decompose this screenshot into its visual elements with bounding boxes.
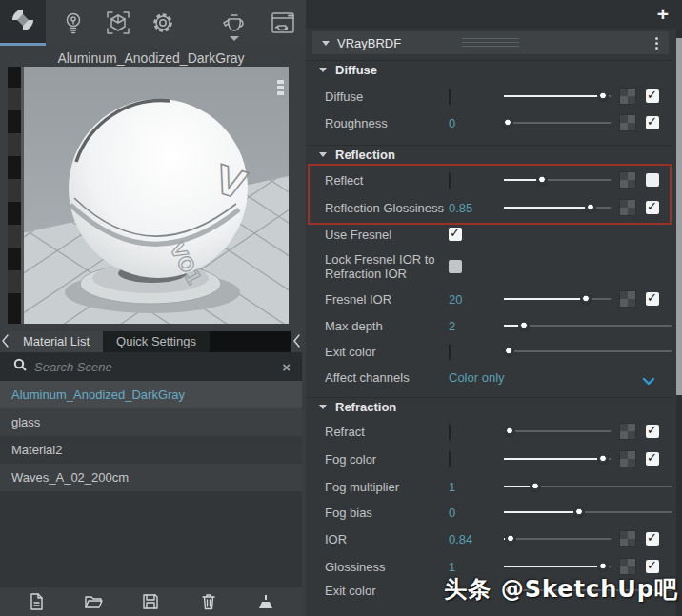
reflect-slider[interactable] — [504, 179, 611, 181]
texture-slot-icon[interactable] — [619, 423, 636, 440]
texture-slot-icon[interactable] — [619, 88, 636, 105]
collapse-left-chevron-icon[interactable] — [1, 333, 10, 348]
slider-knob[interactable] — [573, 507, 585, 518]
material-list-item[interactable]: glass — [0, 408, 302, 436]
texture-slot-icon[interactable] — [619, 290, 636, 308]
save-icon[interactable] — [140, 591, 161, 612]
fog-bias-slider[interactable] — [504, 511, 672, 513]
tab-materials-active[interactable] — [0, 0, 46, 46]
texture-slot-icon[interactable] — [619, 558, 636, 575]
roughness-value[interactable]: 0 — [449, 116, 504, 130]
slider-knob[interactable] — [580, 293, 592, 305]
row-label: Use Fresnel — [325, 228, 449, 242]
refract-color-swatch[interactable] — [449, 424, 451, 440]
slider-knob[interactable] — [503, 346, 514, 357]
render-button[interactable] — [218, 8, 251, 38]
collapse-caret-icon[interactable] — [322, 41, 330, 46]
texture-slot-icon[interactable] — [619, 450, 636, 467]
panel-scrollbar[interactable] — [676, 29, 682, 616]
refract-slider[interactable] — [504, 430, 611, 432]
search-input[interactable] — [34, 360, 282, 374]
material-list-item[interactable]: Material2 — [0, 436, 302, 464]
add-layer-button[interactable]: + — [657, 3, 669, 26]
new-material-icon[interactable] — [26, 591, 47, 612]
slider-knob[interactable] — [597, 453, 609, 465]
refract-checkbox[interactable] — [646, 425, 659, 438]
search-clear-icon[interactable]: × — [282, 359, 291, 375]
drag-handle-icon[interactable] — [462, 38, 519, 50]
kebab-menu-icon[interactable] — [652, 35, 661, 50]
row-affect-channels[interactable]: Affect channels Color only — [306, 364, 672, 390]
settings-button[interactable] — [147, 8, 179, 38]
slider-knob[interactable] — [502, 117, 513, 129]
texture-slot-icon[interactable] — [619, 114, 636, 131]
texture-slot-icon[interactable] — [619, 171, 636, 189]
exit-color-slider[interactable] — [504, 350, 672, 352]
tab-quick-settings[interactable]: Quick Settings — [103, 331, 210, 352]
lock-fresnel-checkbox[interactable] — [449, 260, 462, 273]
section-diffuse[interactable]: Diffuse — [306, 60, 672, 79]
fresnel-ior-value[interactable]: 20 — [449, 292, 504, 307]
affect-channels-dropdown[interactable]: Color only — [449, 370, 505, 385]
slider-knob[interactable] — [504, 426, 515, 437]
reflect-checkbox[interactable] — [646, 173, 659, 187]
use-fresnel-checkbox[interactable] — [449, 228, 462, 241]
lights-button[interactable] — [57, 8, 90, 38]
fog-bias-value[interactable]: 0 — [449, 506, 504, 520]
reflection-glossiness-checkbox[interactable] — [646, 201, 659, 214]
section-refraction[interactable]: Refraction — [306, 397, 672, 416]
purge-brush-icon[interactable] — [255, 591, 276, 612]
texture-slot-icon[interactable] — [619, 530, 636, 547]
glossiness-checkbox[interactable] — [646, 560, 659, 573]
slider-knob[interactable] — [585, 202, 596, 213]
slider-knob[interactable] — [536, 174, 548, 186]
slider-knob[interactable] — [597, 90, 609, 102]
texture-slot-icon[interactable] — [619, 199, 636, 216]
slider-knob[interactable] — [530, 481, 541, 492]
material-preview[interactable]: V VO1 — [8, 67, 289, 324]
ior-checkbox[interactable] — [646, 532, 659, 546]
diffuse-slider[interactable] — [504, 95, 611, 97]
render-window-button[interactable] — [267, 8, 299, 38]
glossiness-value[interactable]: 1 — [449, 560, 504, 574]
render-dropdown-caret-icon[interactable] — [230, 36, 239, 41]
section-title: Reflection — [335, 148, 395, 162]
material-list-item[interactable]: Aluminum_Anodized_DarkGray — [0, 381, 302, 408]
slider-knob[interactable] — [505, 533, 516, 545]
fog-multiplier-slider[interactable] — [504, 486, 672, 487]
max-depth-slider[interactable] — [504, 325, 672, 327]
max-depth-value[interactable]: 2 — [449, 319, 504, 333]
slider-knob[interactable] — [518, 320, 530, 331]
row-fresnel-ior: Fresnel IOR 20 — [306, 286, 672, 312]
reflection-glossiness-slider[interactable] — [504, 207, 611, 209]
fresnel-ior-slider[interactable] — [504, 298, 611, 300]
preview-grip-icon[interactable] — [277, 80, 284, 97]
section-reflection[interactable]: Reflection — [306, 145, 672, 164]
ior-value[interactable]: 0.84 — [449, 532, 504, 546]
material-list-item[interactable]: Waves_A_02_200cm — [0, 464, 302, 491]
fog-color-swatch[interactable] — [449, 451, 451, 467]
collapse-right-chevron-icon[interactable] — [292, 333, 301, 348]
row-label: Diffuse — [325, 89, 449, 104]
diffuse-checkbox[interactable] — [646, 89, 659, 103]
ior-slider[interactable] — [504, 538, 611, 540]
fresnel-ior-checkbox[interactable] — [646, 292, 659, 306]
reflection-glossiness-value[interactable]: 0.85 — [449, 201, 504, 215]
delete-trash-icon[interactable] — [198, 591, 219, 612]
exit-color-swatch[interactable] — [449, 344, 451, 360]
roughness-checkbox[interactable] — [646, 116, 659, 129]
reflect-color-swatch[interactable] — [449, 172, 451, 189]
tab-material-list[interactable]: Material List — [10, 331, 103, 352]
diffuse-color-swatch[interactable] — [449, 89, 451, 105]
brdf-header-bar[interactable]: VRayBRDF — [312, 31, 669, 54]
fog-color-slider[interactable] — [504, 458, 611, 460]
fog-color-checkbox[interactable] — [646, 452, 659, 466]
slider-knob[interactable] — [597, 561, 609, 572]
scrollbar-thumb[interactable] — [676, 38, 682, 395]
fog-multiplier-value[interactable]: 1 — [449, 480, 504, 494]
chevron-down-icon[interactable] — [642, 372, 655, 389]
open-folder-icon[interactable] — [83, 591, 104, 612]
geometry-button[interactable] — [102, 8, 134, 38]
roughness-slider[interactable] — [504, 122, 611, 124]
glossiness-slider[interactable] — [504, 566, 611, 567]
